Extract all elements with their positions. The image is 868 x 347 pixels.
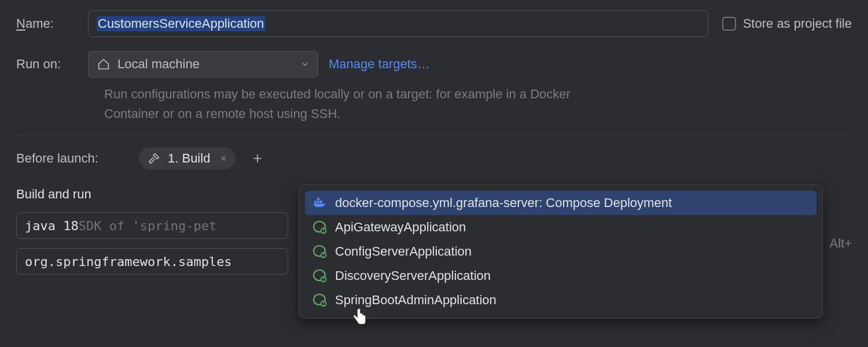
store-checkbox[interactable] [722, 17, 736, 31]
name-input[interactable]: CustomersServiceApplication [88, 10, 708, 37]
popup-item-label: docker-compose.yml.grafana-server: Compo… [335, 195, 672, 211]
svg-point-11 [323, 305, 324, 306]
chevron-down-icon [300, 60, 310, 69]
docker-icon [313, 196, 327, 210]
svg-rect-1 [317, 201, 319, 203]
popup-item-label: SpringBootAdminApplication [335, 293, 496, 308]
popup-item-label: DiscoveryServerApplication [335, 268, 491, 283]
store-as-project-file-option[interactable]: Store as project file [722, 16, 852, 31]
main-class-input[interactable]: org.springframework.samples [16, 248, 288, 275]
sdk-dropdown[interactable]: java 18 SDK of 'spring-pet [16, 212, 288, 239]
sdk-value: java 18 [25, 219, 79, 233]
home-icon [97, 57, 111, 71]
run-on-value: Local machine [117, 57, 200, 72]
spring-boot-icon [313, 245, 327, 259]
popup-item-spring[interactable]: ApiGatewayApplication [305, 215, 816, 239]
run-on-help-text: Run configurations may be executed local… [104, 84, 579, 124]
name-label: Name: [16, 16, 88, 31]
svg-point-7 [323, 256, 324, 257]
popup-item-spring[interactable]: ConfigServerApplication [305, 239, 816, 264]
shortcut-hint: Alt+ [829, 236, 852, 251]
main-class-value: org.springframework.samples [25, 254, 232, 269]
popup-item-spring[interactable]: SpringBootAdminApplication [305, 288, 816, 312]
run-config-popup: docker-compose.yml.grafana-server: Compo… [299, 184, 823, 319]
svg-rect-3 [317, 198, 319, 200]
sdk-dim: SDK of 'spring-pet [79, 219, 216, 233]
popup-item-label: ConfigServerApplication [335, 244, 472, 259]
name-input-value: CustomersServiceApplication [97, 16, 265, 31]
popup-item-spring[interactable]: DiscoveryServerApplication [305, 264, 816, 288]
spring-boot-icon [313, 293, 327, 307]
svg-rect-2 [320, 201, 322, 203]
close-icon[interactable] [219, 154, 227, 163]
svg-rect-0 [314, 201, 317, 203]
svg-point-9 [323, 280, 324, 282]
svg-point-5 [323, 232, 324, 233]
spring-boot-icon [313, 269, 327, 283]
before-launch-chip[interactable]: 1. Build [139, 147, 236, 169]
popup-item-docker[interactable]: docker-compose.yml.grafana-server: Compo… [305, 191, 816, 215]
spring-boot-icon [313, 220, 327, 234]
popup-item-label: ApiGatewayApplication [335, 220, 466, 235]
manage-targets-link[interactable]: Manage targets… [329, 57, 430, 72]
store-label: Store as project file [743, 16, 852, 31]
before-launch-chip-label: 1. Build [168, 151, 210, 166]
divider [16, 134, 852, 135]
run-on-label: Run on: [16, 57, 88, 72]
run-on-dropdown[interactable]: Local machine [88, 51, 318, 77]
add-before-launch-button[interactable] [252, 153, 263, 164]
before-launch-label: Before launch: [16, 151, 139, 166]
hammer-icon [147, 152, 161, 165]
